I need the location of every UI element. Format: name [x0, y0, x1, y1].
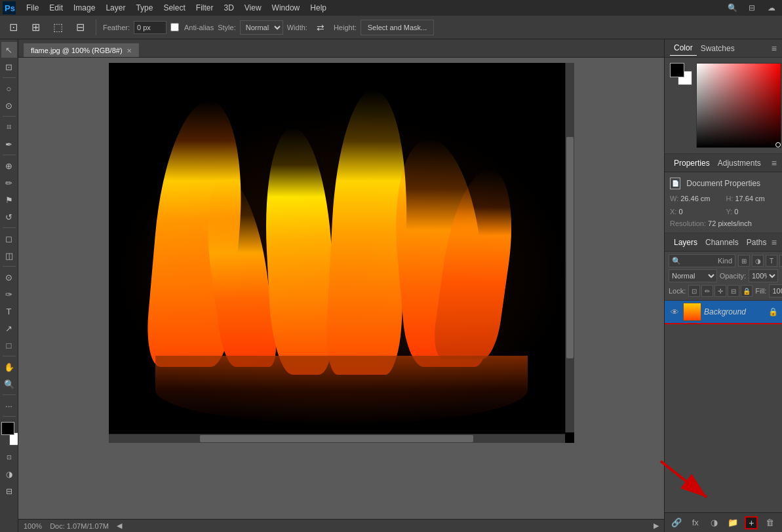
vertical-scrollbar[interactable] [565, 63, 574, 432]
shape-layer-filter[interactable]: □ [779, 255, 782, 267]
marquee-tool-icon[interactable]: ⊡ [4, 18, 22, 37]
layer-lock-icon: 🔒 [768, 307, 778, 316]
menu-image[interactable]: Image [68, 2, 100, 14]
opacity-select[interactable]: 100% [749, 269, 778, 282]
scroll-right-btn[interactable]: ▶ [654, 522, 659, 530]
rectangular-marquee-tool[interactable]: ⊡ [1, 59, 17, 75]
adjustment-layer-filter[interactable]: ◑ [752, 255, 764, 267]
style-label: Style: [218, 24, 236, 31]
layer-visibility-toggle[interactable]: 👁 [669, 306, 680, 318]
new-layer-icon[interactable]: + [745, 516, 758, 529]
lock-all-icon[interactable]: 🔒 [741, 285, 753, 297]
clone-stamp-tool[interactable]: ⚑ [1, 192, 17, 208]
fill-select[interactable]: 100% [769, 284, 782, 297]
lock-row: Lock: ⊡ ✏ ✛ ⊟ 🔒 Fill: 100% [669, 284, 778, 297]
position-row: X: 0 Y: 0 [670, 208, 777, 216]
anti-alias-checkbox[interactable] [170, 23, 179, 31]
eyedropper-tool[interactable]: ✒ [1, 136, 17, 152]
feather-input[interactable] [134, 21, 166, 34]
menu-select[interactable]: Select [158, 2, 190, 14]
layer-item-background[interactable]: 👁 Background 🔒 [665, 301, 782, 323]
type-layer-filter[interactable]: T [766, 255, 777, 267]
marquee-single-icon[interactable]: ⬚ [49, 18, 67, 37]
opacity-label: Opacity: [720, 272, 746, 280]
marquee-extra-icon[interactable]: ⊟ [71, 18, 89, 37]
eraser-tool[interactable]: ◻ [1, 231, 17, 246]
arrange-windows-icon[interactable]: ⊟ [744, 0, 760, 16]
menu-view[interactable]: View [239, 2, 267, 14]
move-tool[interactable]: ↖ [1, 42, 17, 58]
resolution-row: Resolution: 72 pixels/inch [670, 219, 777, 227]
search-icon[interactable]: 🔍 [724, 0, 740, 16]
color-tab[interactable]: Color [670, 41, 697, 56]
screen-mode-icon[interactable]: ⊟ [1, 484, 17, 499]
color-panel-menu-icon[interactable]: ≡ [772, 43, 777, 54]
layers-tab[interactable]: Layers [670, 235, 701, 250]
default-colors-icon[interactable]: ⊡ [1, 449, 17, 465]
quick-mask-icon[interactable]: ◑ [1, 466, 17, 482]
menu-bar: Ps File Edit Image Layer Type Select Fil… [0, 0, 782, 16]
menu-filter[interactable]: Filter [191, 2, 219, 14]
menu-edit[interactable]: Edit [44, 2, 68, 14]
history-brush-tool[interactable]: ↺ [1, 209, 17, 225]
gradient-tool[interactable]: ◫ [1, 248, 17, 263]
lock-position-icon[interactable]: ✛ [714, 285, 726, 297]
type-tool[interactable]: T [1, 303, 17, 319]
spectrum-gradient[interactable] [696, 63, 781, 148]
crop-tool[interactable]: ⌗ [1, 119, 17, 135]
lasso-tool[interactable]: ○ [1, 81, 17, 96]
fg-color-box[interactable] [670, 63, 684, 77]
swatches-tab[interactable]: Swatches [697, 41, 739, 56]
lock-transparent-icon[interactable]: ⊡ [688, 285, 700, 297]
document-tab-close[interactable]: ✕ [127, 47, 132, 54]
spot-healing-tool[interactable]: ⊕ [1, 158, 17, 174]
layers-search-box[interactable]: 🔍 Kind [669, 254, 735, 267]
brush-tool[interactable]: ✏ [1, 175, 17, 191]
properties-panel-menu-icon[interactable]: ≡ [772, 158, 777, 168]
properties-panel: Properties Adjustments ≡ 📄 Document Prop… [665, 154, 782, 233]
layers-panel-menu-icon[interactable]: ≡ [772, 237, 777, 248]
document-tab[interactable]: flame.jpg @ 100% (RGB/8#) ✕ [24, 43, 139, 57]
shape-tool[interactable]: □ [1, 337, 17, 353]
select-mask-button[interactable]: Select and Mask... [361, 20, 435, 35]
canvas-image[interactable] [109, 63, 574, 443]
menu-layer[interactable]: Layer [100, 2, 130, 14]
new-group-icon[interactable]: 📁 [726, 516, 739, 529]
lock-image-icon[interactable]: ✏ [701, 285, 713, 297]
right-panel: Color Swatches ≡ [664, 39, 782, 532]
menu-help[interactable]: Help [305, 2, 332, 14]
paths-tab[interactable]: Paths [743, 235, 771, 250]
layers-list: 👁 Background 🔒 [665, 301, 782, 512]
cloud-icon[interactable]: ☁ [764, 0, 779, 16]
menu-window[interactable]: Window [267, 2, 305, 14]
layers-search-input[interactable] [683, 257, 716, 265]
delete-layer-icon[interactable]: 🗑 [764, 516, 777, 529]
blend-mode-select[interactable]: Normal [669, 269, 717, 282]
link-layers-icon[interactable]: 🔗 [670, 516, 683, 529]
horizontal-scrollbar[interactable] [109, 434, 565, 443]
menu-3d[interactable]: 3D [218, 2, 239, 14]
channels-tab[interactable]: Channels [701, 235, 743, 250]
menu-file[interactable]: File [21, 2, 44, 14]
marquee-options-icon[interactable]: ⊞ [26, 18, 45, 37]
doc-size: Doc: 1.07M/1.07M [50, 522, 109, 530]
hand-tool[interactable]: ✋ [1, 359, 17, 375]
foreground-color-swatch[interactable] [1, 422, 14, 435]
layers-panel: Layers Channels Paths ≡ 🔍 Kind ⊞ ◑ T [665, 233, 782, 532]
lock-artboards-icon[interactable]: ⊟ [728, 285, 739, 297]
properties-tab[interactable]: Properties [670, 156, 714, 170]
swap-dimensions-icon[interactable]: ⇄ [311, 18, 330, 37]
style-select[interactable]: Normal [240, 20, 283, 35]
layer-effects-icon[interactable]: fx [689, 516, 702, 529]
layer-mask-icon[interactable]: ◑ [707, 516, 720, 529]
adjustments-tab[interactable]: Adjustments [714, 156, 765, 170]
zoom-tool[interactable]: 🔍 [1, 376, 17, 392]
pen-tool[interactable]: ✑ [1, 286, 17, 302]
menu-type[interactable]: Type [130, 2, 158, 14]
pixel-layer-filter[interactable]: ⊞ [738, 255, 750, 267]
quick-select-tool[interactable]: ⊙ [1, 98, 17, 113]
more-tools[interactable]: ··· [1, 398, 17, 413]
scroll-left-btn[interactable]: ◀ [117, 522, 122, 530]
path-selection-tool[interactable]: ↗ [1, 320, 17, 336]
dodge-tool[interactable]: ⊙ [1, 269, 17, 285]
